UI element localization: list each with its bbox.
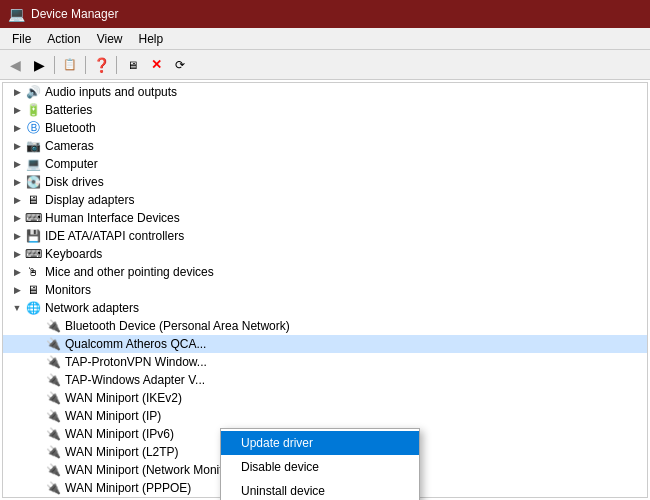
tree-item-tap-proton[interactable]: ▶ 🔌 TAP-ProtonVPN Window... <box>3 353 647 371</box>
wan-l2tp-label: WAN Miniport (L2TP) <box>65 445 179 459</box>
expand-icon-bluetooth: ▶ <box>11 122 23 134</box>
tree-item-tap-windows[interactable]: ▶ 🔌 TAP-Windows Adapter V... <box>3 371 647 389</box>
bluetooth-label: Bluetooth <box>45 121 96 135</box>
expand-icon-disk: ▶ <box>11 176 23 188</box>
qualcomm-icon: 🔌 <box>45 336 61 352</box>
tree-item-cameras[interactable]: ▶ 📷 Cameras <box>3 137 647 155</box>
keyboards-label: Keyboards <box>45 247 102 261</box>
menu-view[interactable]: View <box>89 30 131 48</box>
mice-label: Mice and other pointing devices <box>45 265 214 279</box>
wan-ikev2-label: WAN Miniport (IKEv2) <box>65 391 182 405</box>
properties-button[interactable]: 📋 <box>59 54 81 76</box>
tree-item-qualcomm[interactable]: ▶ 🔌 Qualcomm Atheros QCA... <box>3 335 647 353</box>
remove-button[interactable]: ✕ <box>145 54 167 76</box>
tree-item-batteries[interactable]: ▶ 🔋 Batteries <box>3 101 647 119</box>
wan-ip-icon: 🔌 <box>45 408 61 424</box>
display-label: Display adapters <box>45 193 134 207</box>
menu-bar: File Action View Help <box>0 28 650 50</box>
wan-nm-label: WAN Miniport (Network Monitor) <box>65 463 237 477</box>
title-bar-icon: 💻 <box>8 6 25 22</box>
disk-icon: 💽 <box>25 174 41 190</box>
expand-icon-computer: ▶ <box>11 158 23 170</box>
hid-icon: ⌨ <box>25 210 41 226</box>
tap-windows-label: TAP-Windows Adapter V... <box>65 373 205 387</box>
toolbar-separator-3 <box>116 56 117 74</box>
tree-item-keyboards[interactable]: ▶ ⌨ Keyboards <box>3 245 647 263</box>
display-icon: 🖥 <box>25 192 41 208</box>
wan-ikev2-icon: 🔌 <box>45 390 61 406</box>
context-menu-uninstall-device[interactable]: Uninstall device <box>221 479 419 500</box>
audio-icon: 🔊 <box>25 84 41 100</box>
ide-icon: 💾 <box>25 228 41 244</box>
tree-item-ide[interactable]: ▶ 💾 IDE ATA/ATAPI controllers <box>3 227 647 245</box>
title-bar: 💻 Device Manager <box>0 0 650 28</box>
tap-proton-icon: 🔌 <box>45 354 61 370</box>
diskdrives-label: Disk drives <box>45 175 104 189</box>
battery-icon: 🔋 <box>25 102 41 118</box>
toolbar-separator-2 <box>85 56 86 74</box>
tree-item-wan-ip[interactable]: ▶ 🔌 WAN Miniport (IP) <box>3 407 647 425</box>
monitor-button[interactable]: 🖥 <box>121 54 143 76</box>
wan-ipv6-label: WAN Miniport (IPv6) <box>65 427 174 441</box>
menu-file[interactable]: File <box>4 30 39 48</box>
context-menu: Update driver Disable device Uninstall d… <box>220 428 420 500</box>
keyboard-icon: ⌨ <box>25 246 41 262</box>
help-button[interactable]: ❓ <box>90 54 112 76</box>
expand-icon-audio: ▶ <box>11 86 23 98</box>
audio-label: Audio inputs and outputs <box>45 85 177 99</box>
expand-icon-monitors: ▶ <box>11 284 23 296</box>
tree-item-computer[interactable]: ▶ 💻 Computer <box>3 155 647 173</box>
expand-icon-network: ▼ <box>11 302 23 314</box>
expand-icon-cameras: ▶ <box>11 140 23 152</box>
mice-icon: 🖱 <box>25 264 41 280</box>
toolbar: ◀ ▶ 📋 ❓ 🖥 ✕ ⟳ <box>0 50 650 80</box>
hid-label: Human Interface Devices <box>45 211 180 225</box>
bluetooth-pna-icon: 🔌 <box>45 318 61 334</box>
cameras-label: Cameras <box>45 139 94 153</box>
tree-item-diskdrives[interactable]: ▶ 💽 Disk drives <box>3 173 647 191</box>
batteries-label: Batteries <box>45 103 92 117</box>
back-button[interactable]: ◀ <box>4 54 26 76</box>
wan-pppoe-label: WAN Miniport (PPPOE) <box>65 481 191 495</box>
bluetooth-icon: Ⓑ <box>25 120 41 136</box>
computer-label: Computer <box>45 157 98 171</box>
expand-icon-hid: ▶ <box>11 212 23 224</box>
ide-label: IDE ATA/ATAPI controllers <box>45 229 184 243</box>
monitors-icon: 🖥 <box>25 282 41 298</box>
tree-item-bluetooth[interactable]: ▶ Ⓑ Bluetooth <box>3 119 647 137</box>
context-menu-disable-device[interactable]: Disable device <box>221 455 419 479</box>
expand-icon-display: ▶ <box>11 194 23 206</box>
network-label: Network adapters <box>45 301 139 315</box>
monitors-label: Monitors <box>45 283 91 297</box>
wan-l2tp-icon: 🔌 <box>45 444 61 460</box>
tap-windows-icon: 🔌 <box>45 372 61 388</box>
expand-icon-keyboards: ▶ <box>11 248 23 260</box>
tree-item-audio[interactable]: ▶ 🔊 Audio inputs and outputs <box>3 83 647 101</box>
tree-item-network[interactable]: ▼ 🌐 Network adapters <box>3 299 647 317</box>
tree-item-display[interactable]: ▶ 🖥 Display adapters <box>3 191 647 209</box>
tree-item-mice[interactable]: ▶ 🖱 Mice and other pointing devices <box>3 263 647 281</box>
menu-action[interactable]: Action <box>39 30 88 48</box>
tree-item-wan-ikev2[interactable]: ▶ 🔌 WAN Miniport (IKEv2) <box>3 389 647 407</box>
qualcomm-label: Qualcomm Atheros QCA... <box>65 337 206 351</box>
expand-icon-mice: ▶ <box>11 266 23 278</box>
main-content: ▶ 🔊 Audio inputs and outputs ▶ 🔋 Batteri… <box>0 80 650 500</box>
computer-icon: 💻 <box>25 156 41 172</box>
context-menu-update-driver[interactable]: Update driver <box>221 431 419 455</box>
camera-icon: 📷 <box>25 138 41 154</box>
tree-item-hid[interactable]: ▶ ⌨ Human Interface Devices <box>3 209 647 227</box>
title-bar-title: Device Manager <box>31 7 118 21</box>
menu-help[interactable]: Help <box>131 30 172 48</box>
wan-nm-icon: 🔌 <box>45 462 61 478</box>
tap-proton-label: TAP-ProtonVPN Window... <box>65 355 207 369</box>
toolbar-separator-1 <box>54 56 55 74</box>
wan-ip-label: WAN Miniport (IP) <box>65 409 161 423</box>
forward-button[interactable]: ▶ <box>28 54 50 76</box>
wan-ipv6-icon: 🔌 <box>45 426 61 442</box>
update-button[interactable]: ⟳ <box>169 54 191 76</box>
network-icon: 🌐 <box>25 300 41 316</box>
bluetooth-pna-label: Bluetooth Device (Personal Area Network) <box>65 319 290 333</box>
tree-item-monitors[interactable]: ▶ 🖥 Monitors <box>3 281 647 299</box>
tree-item-bluetooth-pna[interactable]: ▶ 🔌 Bluetooth Device (Personal Area Netw… <box>3 317 647 335</box>
expand-icon-ide: ▶ <box>11 230 23 242</box>
